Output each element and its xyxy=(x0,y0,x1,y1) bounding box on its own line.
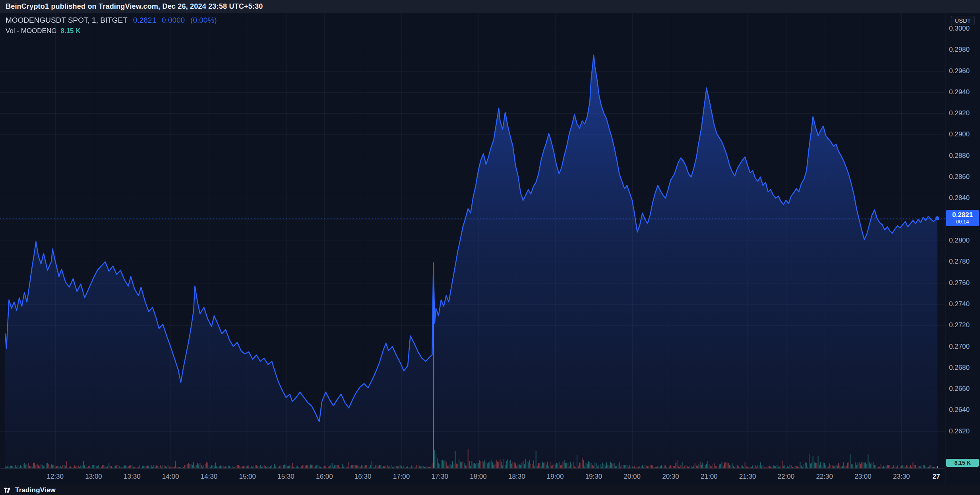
price-tick-label: 0.2900 xyxy=(949,131,970,138)
time-tick-label: 13:00 xyxy=(85,473,102,481)
time-tick-label: 15:00 xyxy=(239,473,256,481)
price-tick-label: 0.2860 xyxy=(949,173,970,181)
price-tick-label: 0.2620 xyxy=(949,428,970,435)
time-tick-label: 15:30 xyxy=(277,473,294,481)
price-tick-label: 0.2780 xyxy=(949,258,970,265)
volume-indicator-label[interactable]: Vol - MOODENG xyxy=(6,27,56,35)
time-tick-label: 18:00 xyxy=(470,473,487,481)
time-tick-label: 16:30 xyxy=(354,473,372,481)
price-tick-label: 0.2720 xyxy=(949,322,970,329)
time-axis[interactable]: 12:3013:0013:3014:0014:3015:0015:3016:00… xyxy=(0,468,945,485)
time-tick-label: 17:30 xyxy=(431,473,448,481)
time-tick-label: 16:00 xyxy=(316,473,333,481)
time-tick-label: 20:00 xyxy=(624,473,641,481)
legend-row-volume: Vol - MOODENG 8.15 K xyxy=(6,27,217,35)
time-tick-label: 14:30 xyxy=(201,473,218,481)
price-chart-canvas[interactable] xyxy=(0,13,945,468)
time-tick-label: 21:30 xyxy=(739,473,756,481)
time-tick-label: 13:30 xyxy=(124,473,141,481)
time-tick-label: 19:30 xyxy=(585,473,602,481)
price-tick-label: 0.2800 xyxy=(949,237,970,244)
time-tick-label: 22:00 xyxy=(778,473,795,481)
footer-bar: TradingView xyxy=(0,485,980,495)
price-tick-label: 0.2640 xyxy=(949,406,970,413)
price-tick-label: 0.3000 xyxy=(949,25,970,32)
price-tick-label: 0.2660 xyxy=(949,385,970,392)
attribution-bar: BeinCrypto1 published on TradingView.com… xyxy=(0,0,980,13)
price-axis[interactable]: USDT 0.2821 00:14 8.15 K 0.30000.29800.2… xyxy=(945,13,980,485)
time-tick-label: 20:30 xyxy=(662,473,679,481)
price-tick-label: 0.2680 xyxy=(949,364,970,371)
price-tick-label: 0.2880 xyxy=(949,152,970,159)
price-tick-label: 0.2920 xyxy=(949,110,970,117)
tradingview-brand-text[interactable]: TradingView xyxy=(15,486,56,494)
price-tick-label: 0.2840 xyxy=(949,194,970,202)
bar-countdown: 00:14 xyxy=(946,219,979,225)
price-tick-label: 0.2980 xyxy=(949,46,970,53)
volume-indicator-value: 8.15 K xyxy=(60,27,80,35)
attribution-text: BeinCrypto1 published on TradingView.com… xyxy=(6,2,263,11)
price-tick-label: 0.2700 xyxy=(949,343,970,350)
time-tick-label: 17:00 xyxy=(393,473,410,481)
time-tick-label: 23:30 xyxy=(893,473,910,481)
tradingview-logo-icon[interactable] xyxy=(4,486,12,494)
price-change-value: 0.0000 xyxy=(162,16,185,25)
price-tick-label: 0.2740 xyxy=(949,301,970,308)
currency-unit-label[interactable]: USDT xyxy=(951,16,975,25)
symbol-title[interactable]: MOODENGUSDT SPOT, 1, BITGET xyxy=(6,16,128,25)
time-tick-label: 27 xyxy=(933,473,940,481)
price-tick-label: 0.2960 xyxy=(949,68,970,75)
time-tick-label: 12:30 xyxy=(46,473,64,481)
time-tick-label: 19:00 xyxy=(547,473,564,481)
time-tick-label: 22:30 xyxy=(816,473,833,481)
price-change-percent: (0.00%) xyxy=(190,16,217,25)
last-price-value: 0.2821 xyxy=(133,16,156,25)
chart-area: MOODENGUSDT SPOT, 1, BITGET 0.2821 0.000… xyxy=(0,13,980,485)
chart-legend: MOODENGUSDT SPOT, 1, BITGET 0.2821 0.000… xyxy=(6,16,217,35)
price-tick-label: 0.2940 xyxy=(949,89,970,96)
time-tick-label: 18:30 xyxy=(508,473,525,481)
current-price-badge: 0.2821 00:14 xyxy=(946,210,979,226)
legend-row-symbol: MOODENGUSDT SPOT, 1, BITGET 0.2821 0.000… xyxy=(6,16,217,25)
time-tick-label: 21:00 xyxy=(701,473,718,481)
current-volume-badge: 8.15 K xyxy=(946,459,979,467)
current-price-value: 0.2821 xyxy=(946,211,979,219)
price-tick-label: 0.2760 xyxy=(949,280,970,287)
time-tick-label: 23:00 xyxy=(854,473,872,481)
time-tick-label: 14:00 xyxy=(162,473,179,481)
